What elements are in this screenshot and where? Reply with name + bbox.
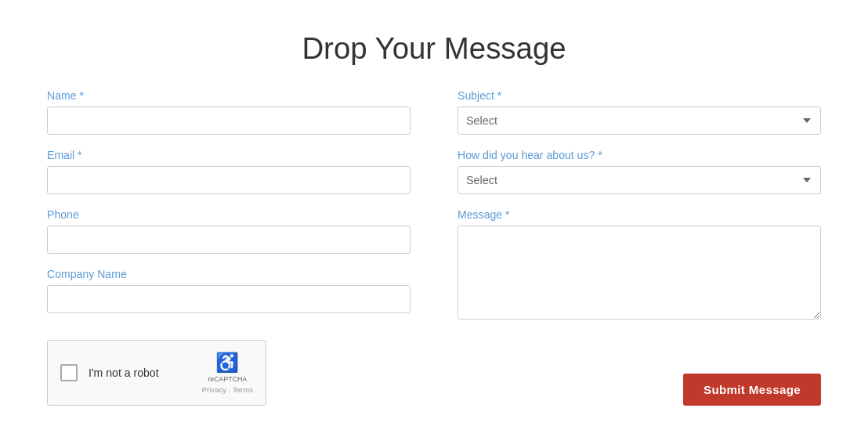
email-label: Email * bbox=[47, 149, 410, 161]
left-column: Name * Email * Phone Company Name I'm no… bbox=[47, 89, 410, 406]
captcha-checkbox[interactable] bbox=[60, 364, 78, 381]
hear-select[interactable]: Select bbox=[458, 166, 821, 194]
phone-group: Phone bbox=[47, 208, 410, 254]
message-group: Message * bbox=[458, 208, 821, 352]
captcha-label: I'm not a robot bbox=[89, 367, 191, 379]
hear-label: How did you hear about us? * bbox=[458, 149, 821, 161]
contact-form: Name * Email * Phone Company Name I'm no… bbox=[47, 89, 821, 406]
email-group: Email * bbox=[47, 149, 410, 194]
recaptcha-icon: ♿ bbox=[215, 352, 239, 374]
captcha-logo: ♿ reCAPTCHA Privacy · Terms bbox=[202, 352, 253, 394]
captcha-wrapper: I'm not a robot ♿ reCAPTCHA Privacy · Te… bbox=[47, 334, 410, 406]
captcha-brand-text: reCAPTCHA bbox=[208, 375, 247, 384]
captcha-box: I'm not a robot ♿ reCAPTCHA Privacy · Te… bbox=[47, 340, 266, 406]
email-input[interactable] bbox=[47, 166, 410, 194]
submit-wrapper: Submit Message bbox=[458, 374, 821, 406]
subject-group: Subject * Select bbox=[458, 89, 821, 135]
company-label: Company Name bbox=[47, 268, 410, 280]
page-title: Drop Your Message bbox=[47, 31, 821, 66]
subject-label: Subject * bbox=[458, 89, 821, 102]
company-group: Company Name bbox=[47, 268, 410, 313]
message-label: Message * bbox=[458, 208, 821, 221]
phone-label: Phone bbox=[47, 208, 410, 221]
submit-button[interactable]: Submit Message bbox=[683, 374, 821, 406]
name-label: Name * bbox=[47, 89, 410, 102]
subject-select[interactable]: Select bbox=[458, 107, 821, 135]
name-input[interactable] bbox=[47, 107, 410, 135]
company-input[interactable] bbox=[47, 285, 410, 313]
hear-group: How did you hear about us? * Select bbox=[458, 149, 821, 194]
right-column: Subject * Select How did you hear about … bbox=[458, 89, 821, 406]
name-group: Name * bbox=[47, 89, 410, 135]
captcha-links: Privacy · Terms bbox=[202, 385, 253, 394]
message-textarea[interactable] bbox=[458, 226, 821, 320]
phone-input[interactable] bbox=[47, 226, 410, 254]
page-wrapper: Drop Your Message Name * Email * Phone C… bbox=[16, 16, 852, 437]
